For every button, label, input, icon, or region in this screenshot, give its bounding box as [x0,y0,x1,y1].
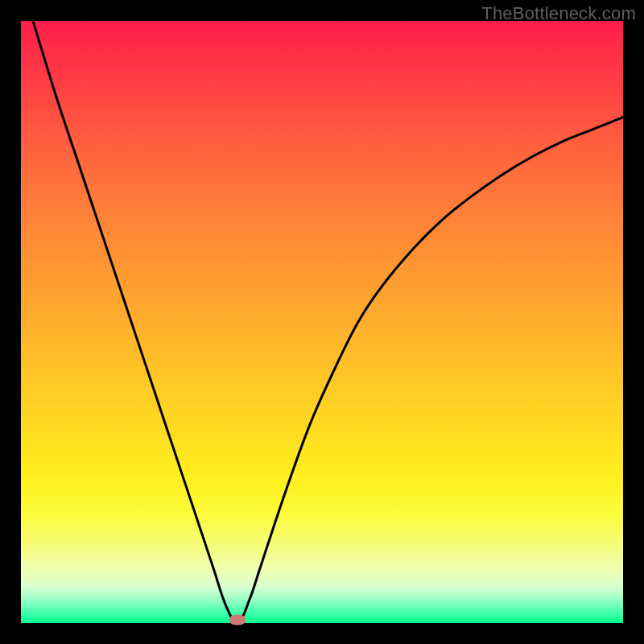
bottleneck-curve [21,21,623,623]
optimal-marker-icon [229,615,246,625]
watermark-text: TheBottleneck.com [481,3,636,24]
chart-frame: TheBottleneck.com [0,0,644,644]
